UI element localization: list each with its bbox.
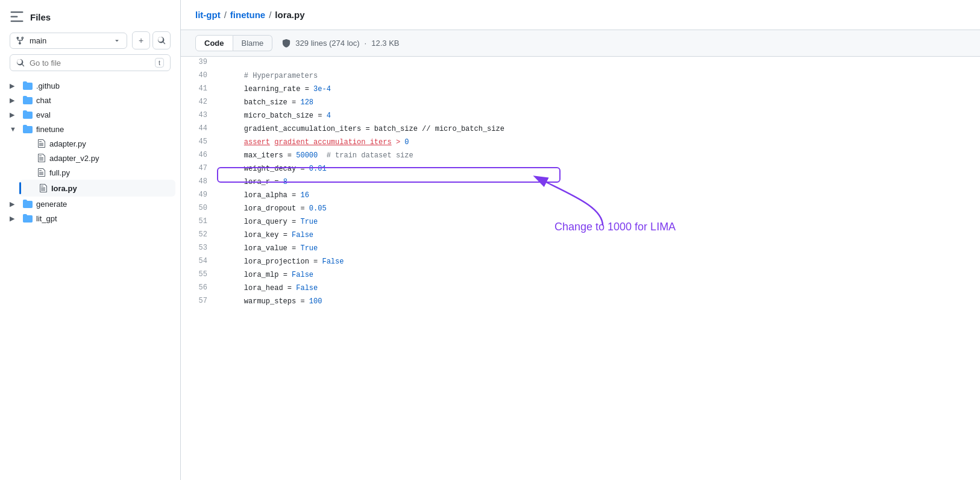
table-row: 50 lora_dropout = 0.05	[181, 203, 980, 216]
table-row: 54 lora_projection = False	[181, 256, 980, 269]
tree-item-adapter-v2[interactable]: adapter_v2.py	[19, 151, 175, 165]
sidebar-header: Files	[0, 7, 180, 31]
line-content: lora_dropout = 0.05	[217, 203, 980, 216]
line-number: 44	[181, 123, 217, 136]
folder-icon	[23, 81, 33, 90]
chevron-right-icon: ▶	[10, 200, 19, 208]
line-content: lora_projection = False	[217, 256, 980, 269]
search-button[interactable]	[152, 31, 171, 49]
breadcrumb-sep-1: /	[224, 10, 227, 20]
table-row: 52 lora_key = False	[181, 229, 980, 242]
tree-item-lora[interactable]: lora.py	[19, 180, 175, 197]
table-row: 41 learning_rate = 3e-4	[181, 83, 980, 96]
tree-item-generate[interactable]: ▶ generate	[5, 197, 175, 211]
file-breadcrumb: lit-gpt / finetune / lora.py	[181, 0, 980, 30]
table-row: 49 lora_alpha = 16	[181, 189, 980, 203]
line-content: weight_decay = 0.01	[217, 163, 980, 176]
line-content: lora_head = False	[217, 282, 980, 295]
table-row: 55 lora_mlp = False	[181, 269, 980, 282]
line-number: 47	[181, 163, 217, 176]
tab-blame[interactable]: Blame	[233, 35, 273, 51]
line-content: lora_mlp = False	[217, 269, 980, 282]
line-content: lora_alpha = 16	[217, 189, 980, 203]
table-row: 53 lora_value = True	[181, 242, 980, 256]
search-small-icon	[16, 58, 25, 67]
adapter-v2-file-label: adapter_v2.py	[49, 154, 99, 163]
tree-item-finetune[interactable]: ▼ finetune	[5, 122, 175, 136]
line-number: 51	[181, 216, 217, 229]
line-content	[217, 57, 980, 70]
tree-item-lit-gpt[interactable]: ▶ lit_gpt	[5, 211, 175, 226]
code-wrapper: 3940 # Hyperparameters41 learning_rate =…	[181, 57, 980, 480]
tab-code[interactable]: Code	[195, 35, 233, 51]
line-number: 39	[181, 57, 217, 70]
table-row: 56 lora_head = False	[181, 282, 980, 295]
folder-open-icon	[23, 124, 33, 134]
add-file-button[interactable]: +	[132, 31, 150, 49]
tree-item-eval[interactable]: ▶ eval	[5, 107, 175, 122]
line-number: 52	[181, 229, 217, 242]
generate-folder-label: generate	[36, 200, 67, 209]
line-content: lora_value = True	[217, 242, 980, 256]
line-content: gradient_accumulation_iters = batch_size…	[217, 123, 980, 136]
line-number: 53	[181, 242, 217, 256]
branch-dropdown[interactable]: main	[10, 33, 127, 49]
file-icon	[37, 139, 46, 148]
line-number: 42	[181, 96, 217, 110]
folder-icon	[23, 213, 33, 223]
line-number: 56	[181, 282, 217, 295]
finetune-children: adapter.py adapter_v2.py full.py	[19, 136, 175, 197]
line-number: 57	[181, 295, 217, 309]
tree-item-github[interactable]: ▶ .github	[5, 78, 175, 93]
chevron-down-icon	[113, 37, 121, 44]
chevron-down-icon: ▼	[10, 125, 19, 133]
line-content: assert gradient_accumulation_iters > 0	[217, 136, 980, 150]
table-row: 40 # Hyperparameters	[181, 70, 980, 83]
line-content: lora_r = 8	[217, 176, 980, 189]
line-number: 48	[181, 176, 217, 189]
folder-icon	[23, 95, 33, 105]
main-content: lit-gpt / finetune / lora.py Code Blame …	[181, 0, 980, 480]
code-table: 3940 # Hyperparameters41 learning_rate =…	[181, 57, 980, 309]
line-number: 45	[181, 136, 217, 150]
table-row: 47 weight_decay = 0.01	[181, 163, 980, 176]
tree-item-chat[interactable]: ▶ chat	[5, 93, 175, 107]
file-meta-sep: ·	[365, 39, 367, 48]
line-number: 46	[181, 150, 217, 163]
file-icon	[37, 168, 46, 177]
active-indicator	[19, 182, 21, 194]
line-content: max_iters = 50000 # train dataset size	[217, 150, 980, 163]
table-row: 44 gradient_accumulation_iters = batch_s…	[181, 123, 980, 136]
go-to-file-input[interactable]	[30, 58, 150, 68]
breadcrumb-repo[interactable]: lit-gpt	[195, 10, 221, 20]
file-icon	[37, 153, 46, 163]
table-row: 51 lora_query = True	[181, 216, 980, 229]
chevron-right-icon: ▶	[10, 96, 19, 104]
panel-icon	[10, 10, 24, 24]
line-content: learning_rate = 3e-4	[217, 83, 980, 96]
table-row: 48 lora_r = 8	[181, 176, 980, 189]
sidebar-title: Files	[30, 12, 51, 22]
github-folder-label: .github	[36, 81, 60, 90]
table-row: 45 assert gradient_accumulation_iters > …	[181, 136, 980, 150]
line-content: batch_size = 128	[217, 96, 980, 110]
branch-actions: +	[132, 31, 171, 49]
branch-icon	[16, 36, 25, 45]
file-icon	[39, 183, 48, 193]
tree-item-adapter[interactable]: adapter.py	[19, 136, 175, 151]
breadcrumb-folder[interactable]: finetune	[230, 10, 265, 20]
go-to-file-search[interactable]: t	[10, 54, 171, 71]
table-row: 43 micro_batch_size = 4	[181, 110, 980, 123]
code-container[interactable]: 3940 # Hyperparameters41 learning_rate =…	[181, 57, 980, 309]
line-number: 50	[181, 203, 217, 216]
lora-file-label: lora.py	[51, 184, 77, 193]
line-number: 41	[181, 83, 217, 96]
adapter-file-label: adapter.py	[49, 139, 86, 148]
branch-selector: main +	[10, 31, 171, 49]
table-row: 46 max_iters = 50000 # train dataset siz…	[181, 150, 980, 163]
full-file-label: full.py	[49, 168, 70, 177]
tree-item-full[interactable]: full.py	[19, 165, 175, 180]
finetune-folder-label: finetune	[36, 125, 64, 134]
sidebar: Files main + t ▶	[0, 0, 181, 480]
file-size: 12.3 KB	[371, 39, 399, 48]
